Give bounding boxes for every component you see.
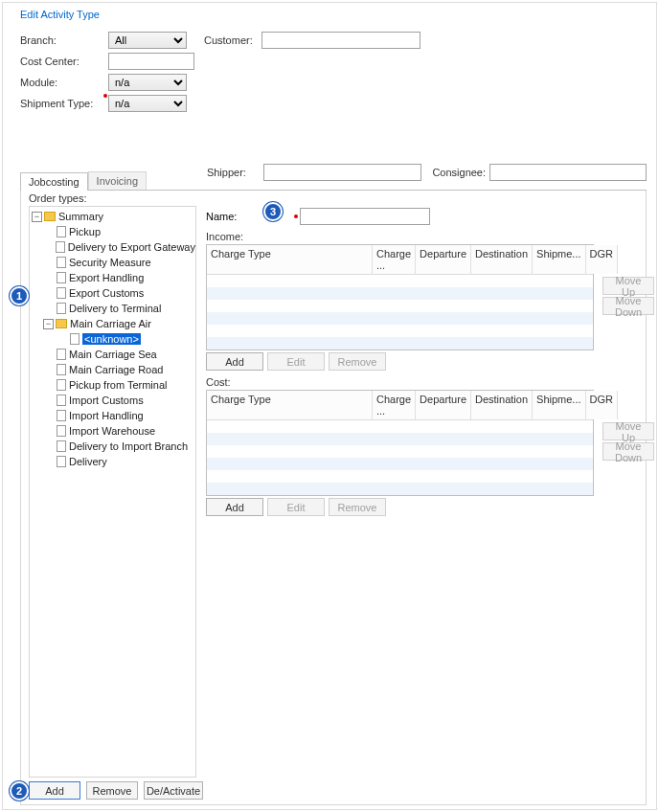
- col-charge-n[interactable]: Charge ...: [373, 391, 416, 419]
- page-icon: [57, 303, 66, 314]
- tab-invoicing[interactable]: Invoicing: [88, 171, 147, 190]
- tree-collapse-icon[interactable]: −: [43, 319, 54, 329]
- col-dgr[interactable]: DGR: [586, 391, 618, 419]
- folder-icon: [44, 212, 56, 221]
- branch-label: Branch:: [20, 34, 108, 46]
- module-select[interactable]: n/a: [108, 74, 187, 91]
- tree-item[interactable]: Export Handling: [69, 272, 144, 283]
- page-icon: [57, 226, 66, 237]
- page-icon: [57, 440, 66, 452]
- income-label: Income:: [206, 231, 640, 242]
- required-indicator-icon: [294, 214, 298, 218]
- order-types-label: Order types:: [29, 192, 87, 204]
- cost-remove-button[interactable]: Remove: [329, 498, 386, 516]
- page-icon: [57, 272, 66, 283]
- bottom-add-button[interactable]: Add: [29, 781, 80, 800]
- name-label: Name:: [206, 211, 260, 222]
- cost-moveup-button[interactable]: Move Up: [602, 422, 654, 440]
- col-departure[interactable]: Departure: [416, 245, 471, 274]
- shipmenttype-label: Shipment Type:: [20, 98, 108, 109]
- income-edit-button[interactable]: Edit: [267, 352, 325, 371]
- tree-item[interactable]: Import Warehouse: [69, 425, 155, 437]
- tree-item[interactable]: Pickup: [69, 226, 101, 237]
- customer-label: Customer:: [204, 34, 261, 46]
- tree-root-label[interactable]: Summary: [58, 211, 103, 222]
- col-charge-type[interactable]: Charge Type: [207, 391, 373, 419]
- page-icon: [57, 349, 66, 360]
- col-charge-n[interactable]: Charge ...: [373, 245, 416, 274]
- page-icon: [70, 333, 80, 345]
- tree-item[interactable]: Pickup from Terminal: [69, 379, 168, 391]
- tree-item[interactable]: Import Handling: [69, 410, 144, 421]
- page-icon: [57, 395, 66, 406]
- tree-item[interactable]: Export Customs: [69, 287, 144, 299]
- cost-grid[interactable]: Charge Type Charge ... Departure Destina…: [206, 390, 594, 496]
- tab-jobcosting[interactable]: Jobcosting: [20, 172, 88, 191]
- col-shipment[interactable]: Shipme...: [533, 245, 585, 274]
- tree-collapse-icon[interactable]: −: [32, 212, 42, 222]
- tree-item[interactable]: Import Customs: [69, 395, 144, 406]
- cost-edit-button[interactable]: Edit: [267, 498, 325, 516]
- col-charge-type[interactable]: Charge Type: [207, 245, 373, 274]
- col-departure[interactable]: Departure: [416, 391, 471, 419]
- tree-item[interactable]: Security Measure: [69, 257, 151, 268]
- page-icon: [57, 364, 66, 375]
- bottom-deactivate-button[interactable]: De/Activate: [144, 781, 203, 800]
- col-destination[interactable]: Destination: [471, 245, 533, 274]
- tree-item[interactable]: Delivery: [69, 456, 107, 467]
- tree-item-selected[interactable]: <unknown>: [82, 333, 141, 345]
- income-remove-button[interactable]: Remove: [329, 352, 386, 371]
- income-grid[interactable]: Charge Type Charge ... Departure Destina…: [206, 244, 594, 350]
- cost-add-button[interactable]: Add: [206, 498, 263, 516]
- income-movedown-button[interactable]: Move Down: [602, 297, 654, 315]
- callout-badge-2: 2: [10, 781, 29, 801]
- shipmenttype-select[interactable]: n/a: [108, 95, 187, 112]
- costcenter-label: Cost Center:: [20, 56, 108, 67]
- income-add-button[interactable]: Add: [206, 352, 263, 371]
- cost-movedown-button[interactable]: Move Down: [602, 442, 654, 461]
- page-icon: [57, 257, 66, 268]
- callout-badge-1: 1: [10, 286, 29, 305]
- tree-item[interactable]: Delivery to Terminal: [69, 303, 161, 314]
- customer-input[interactable]: [261, 32, 420, 49]
- page-icon: [57, 425, 66, 437]
- tree-item[interactable]: Delivery to Import Branch: [69, 440, 188, 452]
- page-icon: [57, 379, 66, 391]
- col-dgr[interactable]: DGR: [586, 245, 618, 274]
- callout-badge-3: 3: [263, 202, 283, 221]
- page-title: Edit Activity Type: [20, 9, 100, 20]
- page-icon: [56, 241, 65, 253]
- folder-icon: [56, 319, 67, 328]
- branch-select[interactable]: All: [108, 32, 187, 49]
- tree-item[interactable]: Main Carriage Road: [69, 364, 163, 375]
- tree-item[interactable]: Delivery to Export Gateway: [68, 241, 195, 253]
- col-destination[interactable]: Destination: [471, 391, 533, 419]
- cost-label: Cost:: [206, 376, 640, 388]
- page-icon: [57, 410, 66, 421]
- col-shipment[interactable]: Shipme...: [533, 391, 585, 419]
- income-moveup-button[interactable]: Move Up: [602, 277, 654, 295]
- tree-item-expanded[interactable]: Main Carriage Air: [70, 318, 151, 329]
- page-icon: [57, 456, 66, 467]
- bottom-remove-button[interactable]: Remove: [86, 781, 138, 800]
- tree-item[interactable]: Main Carriage Sea: [69, 349, 157, 360]
- order-types-tree[interactable]: −Summary Pickup Delivery to Export Gatew…: [29, 206, 196, 778]
- module-label: Module:: [20, 77, 108, 88]
- name-input[interactable]: [300, 208, 430, 225]
- page-icon: [57, 287, 66, 299]
- costcenter-input[interactable]: [108, 53, 194, 70]
